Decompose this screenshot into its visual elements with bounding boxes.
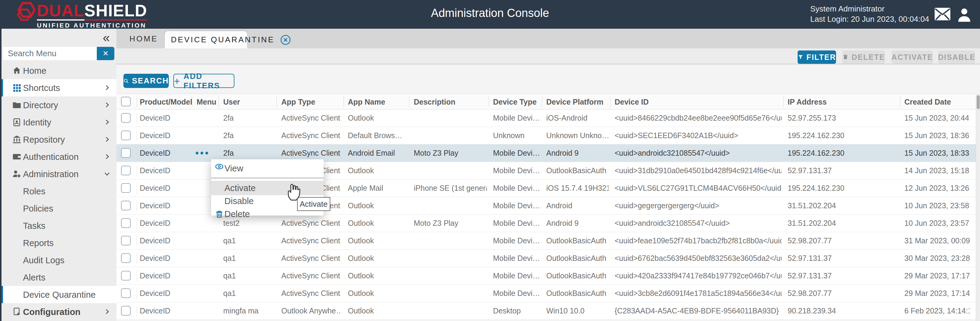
cell-product: DeviceID [140, 201, 191, 210]
column-header-app-name[interactable]: App Name [348, 98, 385, 106]
column-header-product-model[interactable]: Product/Model [140, 98, 192, 106]
column-header-device-platform[interactable]: Device Platform [546, 98, 603, 106]
activate-button[interactable]: ACTIVATE [892, 51, 933, 64]
row-checkbox[interactable] [121, 236, 130, 245]
table-row[interactable]: DeviceID2faActiveSync ClientOutlookMobil… [116, 110, 976, 127]
column-header-ip-address[interactable]: IP Address [788, 98, 827, 106]
menu-item-activate[interactable]: Activate [211, 181, 324, 195]
row-checkbox[interactable] [121, 201, 130, 210]
row-checkbox[interactable] [121, 288, 130, 298]
sidebar-item-roles[interactable]: Roles [0, 183, 116, 200]
cell-device-platform: iOS 15.7.4 19H321 [546, 184, 609, 192]
cell-device-platform: OutlookBasicAuth [546, 254, 609, 263]
sidebar-item-authentication[interactable]: Authentication [0, 148, 116, 165]
sidebar-item-directory[interactable]: Directory [0, 97, 116, 114]
sidebar-item-administration[interactable]: Administration [0, 165, 116, 183]
cell-device-id: <uuid>6762bac5639d450ebf832563e3605da2</… [615, 254, 781, 263]
checkbox-divider [137, 253, 137, 264]
filter-button[interactable]: FILTER [798, 51, 836, 64]
menu-item-view[interactable]: View [211, 159, 324, 178]
sidebar-item-identity[interactable]: Identity [0, 114, 116, 131]
cell-device-id: <uuid>androidc321085547</uuid> [615, 149, 781, 157]
sidebar-item-home[interactable]: Home [0, 62, 116, 79]
cell-app-name: Outlook [348, 254, 408, 263]
checkbox-divider [137, 305, 137, 316]
column-divider [218, 97, 219, 107]
table-row[interactable]: DeviceIDqa1ActiveSync ClientOutlookMobil… [116, 285, 976, 302]
search-clear-button[interactable]: ✕ [97, 47, 115, 60]
row-checkbox[interactable] [121, 253, 130, 263]
row-checkbox[interactable] [121, 218, 130, 228]
select-all-checkbox[interactable] [121, 97, 130, 106]
home-icon [12, 66, 21, 75]
row-checkbox[interactable] [121, 271, 130, 281]
sidebar-item-label: Home [23, 66, 46, 76]
row-checkbox[interactable] [121, 166, 130, 175]
sidebar-item-audit-logs[interactable]: Audit Logs [0, 251, 116, 269]
cell-description: iPhone SE (1st generati… [414, 184, 487, 192]
brand-tagline: UNIFIED AUTHENTICATION [37, 22, 147, 29]
row-checkbox[interactable] [121, 183, 130, 193]
grid-icon [12, 83, 21, 92]
sidebar-item-device-quarantine[interactable]: Device Quarantine [0, 286, 116, 303]
cell-app-name: Outlook [348, 272, 408, 280]
sidebar-item-tasks[interactable]: Tasks [0, 217, 116, 234]
add-filters-button[interactable]: + ADD FILTERS [173, 74, 234, 88]
column-header-app-type[interactable]: App Type [281, 98, 315, 106]
user-avatar-icon[interactable] [957, 7, 972, 22]
sidebar-item-alerts[interactable]: Alerts [0, 269, 116, 286]
search-button[interactable]: SEARCH [123, 74, 169, 88]
cell-device-platform: OutlookBasicAuth [546, 289, 609, 298]
disable-button[interactable]: DISABLE [938, 51, 975, 64]
cell-app-type: ActiveSync Client [281, 114, 342, 122]
row-checkbox[interactable] [121, 148, 130, 158]
cell-user: 2fa [223, 149, 275, 157]
column-header-user[interactable]: User [223, 98, 240, 106]
sidebar-item-reports[interactable]: Reports [0, 234, 116, 251]
cell-ip: 195.224.162.230 [788, 149, 898, 157]
sidebar-item-label: Repository [23, 135, 65, 145]
sidebar-item-policies[interactable]: Policies [0, 200, 116, 217]
sidebar-item-shortcuts[interactable]: Shortcuts [0, 79, 116, 97]
sidebar-item-configuration[interactable]: Configuration [0, 303, 116, 320]
last-login: Last Login: 20 Jun 2023, 00:04:04 [810, 14, 929, 24]
collapse-sidebar-icon[interactable]: « [103, 30, 110, 45]
scrollbar-thumb[interactable] [977, 95, 980, 109]
tab-home[interactable]: HOME [129, 34, 158, 43]
cell-created: 15 Jun 2023, 18:36:43 [904, 131, 970, 140]
column-header-menu[interactable]: Menu [197, 98, 216, 106]
cell-ip: 195.224.162.230 [788, 131, 898, 140]
column-header-created-date[interactable]: Created Date [904, 98, 951, 106]
delete-button[interactable]: DELETE [842, 51, 885, 64]
cell-device-type: Mobile Devi… [493, 184, 540, 192]
table-row[interactable]: DeviceIDqa1ActiveSync ClientOutlookMobil… [116, 232, 976, 249]
cell-device-platform: OutlookBasicAuth [546, 236, 609, 245]
sidebar-item-repository[interactable]: Repository [0, 131, 116, 148]
column-header-device-type[interactable]: Device Type [493, 98, 536, 106]
mail-icon[interactable] [934, 7, 951, 21]
user-name: System Administrator [810, 4, 929, 14]
checkbox-divider [137, 183, 137, 194]
chevron-right-icon [103, 101, 111, 109]
cell-created: 15 Jun 2023, 20:44:12 [904, 114, 970, 122]
table-row[interactable]: DeviceIDqa1ActiveSync ClientOutlookMobil… [116, 267, 976, 285]
cell-device-platform: Android [546, 201, 609, 210]
column-header-device-id[interactable]: Device ID [615, 98, 649, 106]
config-icon [12, 307, 21, 316]
column-header-description[interactable]: Description [414, 98, 455, 106]
tab-device-quarantine[interactable]: DEVICE QUARANTINE [165, 31, 247, 48]
cell-product: DeviceID [140, 254, 191, 263]
table-row[interactable]: DeviceID2faActiveSync ClientDefault Brow… [116, 127, 976, 145]
row-menu-icon[interactable] [196, 152, 208, 154]
table-row[interactable]: DeviceIDqa1ActiveSync ClientOutlookMobil… [116, 249, 976, 267]
cell-device-type: Mobile Devi… [493, 166, 540, 175]
tab-close-icon[interactable] [280, 35, 291, 45]
row-checkbox[interactable] [121, 130, 130, 140]
cell-created: 12 Jun 2023, 13:26:20 [904, 184, 970, 192]
row-checkbox[interactable] [121, 306, 130, 316]
row-checkbox[interactable] [121, 113, 130, 123]
column-divider [489, 97, 489, 107]
vertical-scrollbar[interactable] [976, 94, 980, 321]
cell-user: qa1 [223, 254, 275, 263]
table-row[interactable]: DeviceIDmingfa maOutlook Anywhe…OutlookD… [116, 302, 976, 320]
